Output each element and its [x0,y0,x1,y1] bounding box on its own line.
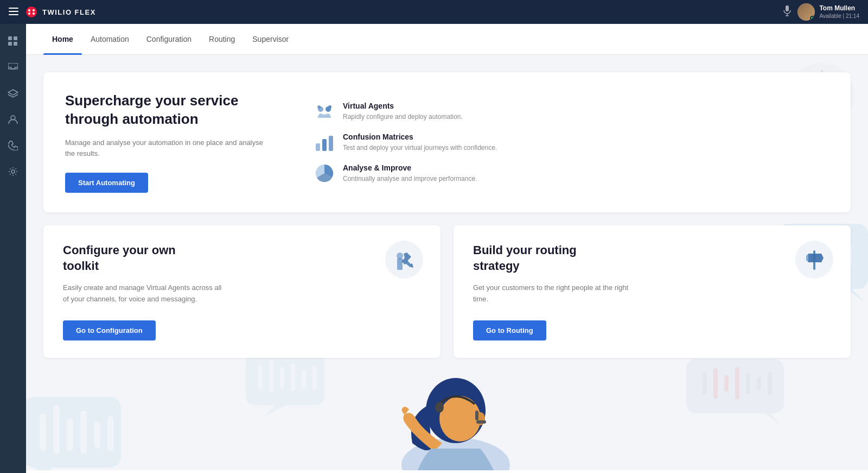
nav-tabs: Home Automation Configuration Routing Su… [26,24,868,55]
svg-rect-43 [746,373,750,394]
hero-title: Supercharge your service through automat… [65,92,271,129]
svg-point-55 [426,378,486,443]
sidebar-item-layers[interactable] [2,83,24,104]
svg-rect-67 [329,136,333,151]
hero-left: Supercharge your service through automat… [65,92,271,193]
svg-rect-8 [786,5,789,11]
configure-card: Configure your own toolkit Easily create… [43,225,441,358]
svg-rect-18 [26,397,121,468]
tab-automation[interactable]: Automation [82,24,138,54]
start-automating-button[interactable]: Start Automating [65,173,148,193]
svg-rect-40 [713,368,718,399]
svg-rect-44 [757,377,761,390]
svg-rect-34 [280,367,284,389]
status-indicator [810,16,815,21]
hero-features: Virtual Agents Rapidly configure and dep… [315,102,829,184]
svg-point-57 [476,412,485,425]
feature-virtual-agents-desc: Rapidly configure and deploy automation. [343,112,463,122]
bg-chat-left [26,394,129,470]
brand-label: TWILIO FLEX [42,8,96,16]
user-details: Tom Mullen Available | 21:14 [819,4,859,20]
svg-rect-37 [312,366,317,390]
sidebar-item-menu[interactable] [2,30,24,52]
feature-analyse-improve-desc: Continually analyse and improve performa… [343,174,477,184]
virtual-agents-icon [315,102,334,121]
feature-virtual-agents-title: Virtual Agents [343,102,463,110]
feature-analyse-improve-title: Analyse & Improve [343,163,477,172]
feature-confusion-matrices-text: Confusion Matrices Test and deploy your … [343,133,497,153]
svg-rect-19 [40,413,46,451]
configure-card-title: Configure your own toolkit [63,243,204,274]
sidebar-item-contacts[interactable] [2,109,24,130]
svg-rect-60 [476,420,486,424]
svg-rect-12 [14,36,17,40]
svg-point-64 [328,105,331,109]
routing-card: Build your routing strategy Get your cus… [454,225,851,358]
svg-rect-38 [686,359,784,413]
top-header: TWILIO FLEX Tom Mullen Available | 21:14 [0,0,868,24]
header-right: Tom Mullen Available | 21:14 [783,3,859,21]
svg-rect-39 [703,373,707,394]
svg-rect-11 [8,36,12,40]
svg-rect-32 [258,364,263,389]
bg-person [380,356,532,470]
svg-rect-22 [80,411,87,454]
tab-configuration[interactable]: Configuration [138,24,200,54]
bg-chat-mid [243,351,330,416]
feature-confusion-matrices-title: Confusion Matrices [343,133,497,141]
sidebar-item-inbox[interactable] [2,56,24,78]
svg-point-5 [33,9,35,11]
go-to-configuration-button[interactable]: Go to Configuration [63,320,156,340]
svg-rect-65 [316,143,320,151]
sidebar-item-settings[interactable] [2,161,24,182]
routing-card-title: Build your routing strategy [473,243,614,274]
svg-rect-20 [53,405,60,454]
sidebar-item-phone[interactable] [2,135,24,156]
routing-signpost-icon [803,248,826,271]
svg-point-63 [317,105,321,109]
configure-icon-circle [385,241,423,279]
svg-rect-36 [302,370,306,389]
svg-rect-68 [397,258,403,270]
menu-icon[interactable] [9,7,18,18]
tab-home[interactable]: Home [43,24,82,54]
microphone-icon[interactable] [783,5,791,19]
svg-point-17 [11,170,15,173]
confusion-matrices-icon [315,133,334,152]
svg-rect-0 [9,8,18,9]
svg-rect-14 [14,42,17,46]
svg-point-4 [28,9,30,11]
feature-confusion-matrices: Confusion Matrices Test and deploy your … [315,133,829,153]
svg-point-7 [33,12,35,15]
action-cards-row: Configure your own toolkit Easily create… [43,225,851,358]
header-left: TWILIO FLEX [9,5,96,18]
svg-rect-33 [269,361,273,392]
hero-description: Manage and analyse your automation in on… [65,137,271,160]
avatar [797,3,815,21]
hero-card: Supercharge your service through automat… [43,72,851,212]
svg-rect-13 [8,42,12,46]
svg-point-6 [28,12,30,15]
svg-rect-23 [94,421,100,449]
main-content: Home Automation Configuration Routing Su… [26,24,868,473]
left-sidebar [0,24,26,473]
svg-rect-35 [291,363,295,391]
svg-rect-45 [768,371,772,395]
tab-supervisor[interactable]: Supervisor [244,24,297,54]
bg-soundwave-right [684,356,792,427]
tab-routing[interactable]: Routing [200,24,244,54]
svg-rect-66 [322,139,327,151]
svg-rect-31 [246,354,324,405]
user-status: Available | 21:14 [819,13,859,19]
user-name: Tom Mullen [819,4,859,12]
analyse-improve-icon [315,163,334,183]
svg-rect-15 [8,63,18,69]
go-to-routing-button[interactable]: Go to Routing [473,320,546,340]
content-area: Supercharge your service through automat… [26,55,868,470]
feature-virtual-agents-text: Virtual Agents Rapidly configure and dep… [343,102,463,122]
routing-card-desc: Get your customers to the right people a… [473,282,636,305]
configure-card-desc: Easily create and manage Virtual Agents … [63,282,226,305]
svg-rect-2 [9,14,18,15]
svg-rect-21 [67,419,73,451]
svg-point-69 [397,253,403,259]
